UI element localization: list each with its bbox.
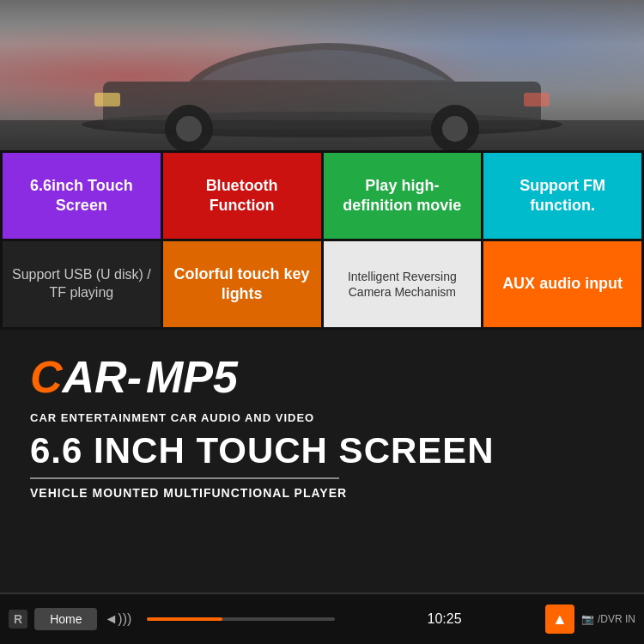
home-button[interactable]: Home xyxy=(34,608,97,630)
logo-dash: - xyxy=(127,351,142,403)
feature-grid: 6.6inch Touch Screen Bluetooth Function … xyxy=(0,150,644,330)
svg-point-4 xyxy=(176,116,202,142)
sound-icon: ◄))) xyxy=(104,611,131,627)
logo-car-text: CAR xyxy=(30,351,127,403)
brand-logo: CAR - MP5 xyxy=(30,351,614,403)
divider xyxy=(30,477,339,479)
feature-aux: AUX audio input xyxy=(483,241,641,327)
upload-button[interactable]: ▲ xyxy=(545,605,574,634)
product-image-area xyxy=(0,0,644,150)
subtitle-entertainment: CAR ENTERTAINMENT CAR AUDIO AND VIDEO xyxy=(30,411,614,424)
feature-fm: Support FM function. xyxy=(483,153,641,239)
main-title: 6.6 INCH TOUCH SCREEN xyxy=(30,431,614,471)
svg-point-6 xyxy=(442,116,468,142)
feature-bluetooth: Bluetooth Function xyxy=(163,153,321,239)
feature-usb: Support USB (U disk) / TF playing xyxy=(3,241,161,327)
upload-icon: ▲ xyxy=(552,611,568,629)
dvr-label: 📷 /DVR IN xyxy=(581,613,635,625)
feature-hd-movie: Play high-definition movie xyxy=(324,153,482,239)
feature-camera: Intelligent Reversing Camera Mechanism xyxy=(324,241,482,327)
svg-rect-8 xyxy=(524,93,550,106)
progress-bar-container[interactable] xyxy=(147,617,335,621)
feature-key-lights: Colorful touch key lights xyxy=(163,241,321,327)
player-bar: R Home ◄))) 10:25 ▲ 📷 /DVR IN xyxy=(0,592,644,644)
feature-touch-screen: 6.6inch Touch Screen xyxy=(3,153,161,239)
branding-section: CAR - MP5 CAR ENTERTAINMENT CAR AUDIO AN… xyxy=(0,330,644,513)
camera-icon: 📷 xyxy=(581,613,594,625)
vehicle-subtitle: VEHICLE MOUNTED MULTIFUNCTIONAL PLAYER xyxy=(30,486,614,500)
progress-bar-fill xyxy=(147,617,222,621)
player-time: 10:25 xyxy=(350,611,538,627)
logo-mp5-text: MP5 xyxy=(146,351,238,403)
svg-rect-7 xyxy=(94,93,120,106)
player-r-icon: R xyxy=(9,610,27,629)
